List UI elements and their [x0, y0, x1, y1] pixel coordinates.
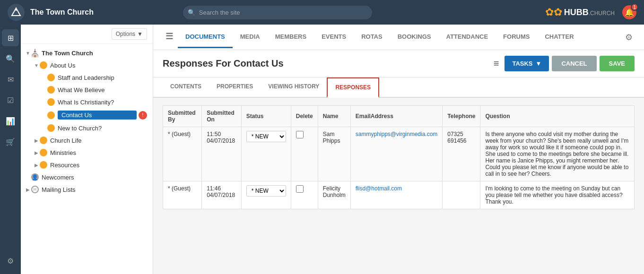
email-link[interactable]: flisd@hotmail.com: [356, 185, 402, 192]
search-input[interactable]: [183, 6, 372, 19]
tab-bar: ☰ DOCUMENTS MEDIA MEMBERS EVENTS ROTAS B…: [153, 25, 644, 50]
options-button[interactable]: Options ▼: [112, 28, 147, 40]
sidebar-item-what-we-believe[interactable]: What We Believe: [21, 84, 153, 96]
site-title: The Town Church: [30, 8, 94, 17]
cell-delete[interactable]: [291, 127, 318, 181]
sidebar-icon-check[interactable]: ☑: [2, 92, 19, 109]
sidebar-item-about-us[interactable]: ▼ About Us: [21, 59, 153, 71]
col-status: Status: [241, 106, 291, 127]
notification-bell[interactable]: 🔔 1: [622, 5, 636, 19]
tab-forums[interactable]: FORUMS: [496, 26, 537, 48]
toggle-spacer: [25, 174, 31, 180]
search-bar[interactable]: 🔍: [183, 6, 372, 19]
delete-checkbox[interactable]: [296, 131, 304, 138]
sidebar-item-mailing-lists[interactable]: ▶ ✉ Mailing Lists: [21, 183, 153, 196]
sub-tabs: CONTENTS PROPERTIES VIEWING HISTORY RESP…: [153, 77, 644, 98]
nav-dot: [47, 111, 55, 119]
sidebar-icon-mail[interactable]: ✉: [2, 71, 19, 88]
content-area: ☰ DOCUMENTS MEDIA MEMBERS EVENTS ROTAS B…: [153, 25, 644, 274]
tasks-chevron-icon: ▼: [536, 60, 542, 67]
nav-label: Newcomers: [42, 174, 147, 181]
site-logo: [8, 4, 25, 21]
tasks-label: TASKS: [512, 60, 532, 67]
nav-label: Staff and Leadership: [58, 74, 147, 81]
tab-bookings[interactable]: BOOKINGS: [390, 26, 439, 48]
sidebar-item-staff-and-leadership[interactable]: Staff and Leadership: [21, 71, 153, 84]
nav-dot: [47, 74, 55, 81]
tab-documents[interactable]: DOCUMENTS: [178, 26, 233, 48]
filter-button[interactable]: ≡: [494, 58, 499, 69]
page-title: Responses For Contact Us: [163, 58, 494, 69]
page-header: Responses For Contact Us ≡ TASKS ▼ CANCE…: [153, 50, 644, 77]
nav-label: Mailing Lists: [42, 186, 147, 193]
sub-tab-contents[interactable]: CONTENTS: [163, 77, 209, 98]
sidebar-icon-settings[interactable]: ⚙: [2, 252, 19, 269]
cell-submitted-on: 11:4604/07/2018: [202, 181, 242, 209]
cancel-button[interactable]: CANCEL: [552, 56, 596, 71]
nav-dot: [47, 86, 55, 94]
tab-members[interactable]: MEMBERS: [268, 26, 314, 48]
notification-count: 1: [631, 3, 638, 11]
sidebar-item-newcomers[interactable]: 👤 Newcomers: [21, 171, 153, 183]
nav-label: Church Life: [50, 137, 147, 144]
nav-label: The Town Church: [42, 50, 147, 57]
sidebar-item-ministries[interactable]: ▶ Ministries: [21, 146, 153, 159]
cell-status[interactable]: * NEW OPEN CLOSED: [241, 127, 291, 181]
hubb-icon: ✿✿: [545, 6, 562, 18]
tab-docs-icon[interactable]: ☰: [161, 25, 178, 50]
cell-telephone: [443, 181, 480, 209]
sidebar-icon-cart[interactable]: 🛒: [2, 133, 19, 150]
cell-email[interactable]: sammyphipps@virginmedia.com: [350, 127, 443, 181]
cell-question: I'm looking to come to the meeting on Su…: [480, 181, 635, 209]
settings-gear-icon[interactable]: ⚙: [621, 28, 636, 46]
main-layout: ⊞ 🔍 ✉ ☑ 📊 🛒 ⚙ Options ▼ ▼ ⛪ The Town Chu…: [0, 25, 644, 274]
toggle-icon: ▶: [25, 186, 31, 193]
responses-table: Submitted By Submitted On Status Delete …: [163, 105, 635, 209]
icon-sidebar: ⊞ 🔍 ✉ ☑ 📊 🛒 ⚙: [0, 25, 21, 274]
table-area: Submitted By Submitted On Status Delete …: [153, 98, 644, 274]
notification-badge: !: [139, 111, 147, 120]
toggle-icon: ▼: [33, 62, 40, 68]
tab-attendance[interactable]: ATTENDANCE: [438, 26, 496, 48]
cell-delete[interactable]: [291, 181, 318, 209]
delete-checkbox[interactable]: [296, 185, 304, 193]
col-telephone: Telephone: [443, 106, 480, 127]
sidebar-item-contact-us[interactable]: Contact Us !: [21, 108, 153, 122]
nav-dot-gray: 👤: [31, 173, 39, 181]
table-row: * (Guest) 11:4604/07/2018 * NEW OPEN CLO…: [163, 181, 635, 209]
toggle-spacer: [41, 112, 47, 119]
toggle-spacer: [41, 74, 47, 81]
cell-question: Is there anyone who could visit my mothe…: [480, 127, 635, 181]
cell-submitted-on: 11:5004/07/2018: [202, 127, 242, 181]
sidebar-item-the-town-church[interactable]: ▼ ⛪ The Town Church: [21, 47, 153, 59]
tab-rotas[interactable]: ROTAS: [354, 26, 390, 48]
tab-events[interactable]: EVENTS: [314, 26, 354, 48]
sidebar-item-new-to-church[interactable]: New to Church?: [21, 122, 153, 134]
nav-sidebar: Options ▼ ▼ ⛪ The Town Church ▼ About Us: [21, 25, 153, 274]
nav-dot: [47, 98, 55, 106]
sidebar-icon-grid[interactable]: ⊞: [2, 29, 19, 46]
sidebar-icon-search[interactable]: 🔍: [2, 50, 19, 67]
tab-chatter[interactable]: CHATTER: [537, 26, 581, 48]
tab-media[interactable]: MEDIA: [233, 26, 268, 48]
sidebar-icon-chart[interactable]: 📊: [2, 112, 19, 129]
status-select[interactable]: * NEW OPEN CLOSED: [246, 131, 286, 142]
save-button[interactable]: SAVE: [600, 56, 635, 71]
topbar: The Town Church 🔍 ✿✿ HUBB.CHURCH 🔔 1: [0, 0, 644, 25]
nav-label: What Is Christianity?: [58, 99, 147, 106]
email-link[interactable]: sammyphipps@virginmedia.com: [356, 131, 438, 137]
sub-tab-properties[interactable]: PROPERTIES: [209, 77, 261, 98]
sidebar-item-church-life[interactable]: ▶ Church Life: [21, 134, 153, 146]
cell-submitted-by: * (Guest): [163, 181, 202, 209]
toggle-icon: ▶: [33, 149, 40, 156]
sub-tab-viewing-history[interactable]: VIEWING HISTORY: [261, 77, 327, 98]
sidebar-item-what-is-christianity[interactable]: What Is Christianity?: [21, 96, 153, 108]
nav-label-selected: Contact Us: [58, 111, 137, 120]
sub-tab-responses[interactable]: RESPONSES: [327, 77, 379, 98]
cell-status[interactable]: * NEW OPEN CLOSED: [241, 181, 291, 209]
chevron-down-icon: ▼: [137, 31, 143, 37]
tasks-button[interactable]: TASKS ▼: [505, 56, 549, 71]
sidebar-item-resources[interactable]: ▶ Resources: [21, 159, 153, 171]
status-select[interactable]: * NEW OPEN CLOSED: [246, 185, 286, 197]
cell-email[interactable]: flisd@hotmail.com: [350, 181, 443, 209]
